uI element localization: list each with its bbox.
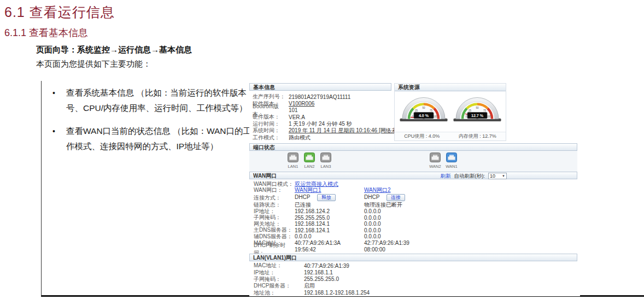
- refresh-link[interactable]: 刷新: [441, 172, 451, 180]
- table-row: MAC地址： 40:77:A9:26:A1:39: [249, 262, 577, 269]
- port-status-header: 端口状态: [249, 143, 577, 151]
- table-row: 子网掩码： 255.255.255.0 0.0.0.0: [249, 214, 577, 221]
- panel-title: 基本信息: [249, 83, 391, 91]
- bullet-icon: •: [52, 85, 55, 101]
- info-row: 运行时间： 1 天19 小时 24 分钟 45 秒: [249, 121, 391, 127]
- field-label: 连接方式：: [249, 194, 295, 202]
- system-resources-panel: 系统资源 0 25: [394, 83, 506, 141]
- wan1-link[interactable]: WAN网口1: [295, 187, 321, 193]
- lan-port-group: LAN1 LAN2 LAN3: [286, 152, 332, 169]
- field-label: WAN网口：: [249, 186, 295, 194]
- ethernet-port-icon: [320, 152, 331, 162]
- table-row: IP地址： 192.168.124.2 0.0.0.0: [249, 208, 577, 215]
- info-row: 系统时间： 2019 年 11 月 14 日 星期四 10:16:46 [网络未…: [249, 127, 391, 134]
- field-label: 地址池：: [249, 289, 304, 297]
- ethernet-port-icon: [430, 152, 441, 162]
- refresh-interval-select[interactable]: 10 ▼: [488, 173, 507, 179]
- memory-gauge: 0 25 50 75 100 12.7 %: [453, 93, 502, 123]
- ethernet-port-icon: [446, 152, 457, 162]
- feature-bullet-list: • 查看系统基本信息 （比如：当前运行的软件版本号、CPU/内存使用率、运行时间…: [51, 85, 251, 162]
- lan-port: LAN3: [319, 152, 332, 169]
- wan-port: WAN2: [429, 152, 442, 169]
- bullet-text: 查看系统基本信息 （比如：当前运行的软件版本号、CPU/内存使用率、运行时间、工…: [66, 88, 248, 113]
- field-value: 物理连接已断开: [364, 201, 462, 209]
- embedded-screenshot: 基本信息 生产序列号： 219801A22T919AQ11111 软件版本： V…: [249, 83, 580, 296]
- cpu-gauge: 0 25 50 75 100 4.0 %: [399, 93, 448, 123]
- memory-usage-caption: 内存使用 : 12.7%: [459, 133, 496, 140]
- bullet-text: 查看WAN口当前的状态信息 （比如：WAN口的工作模式、连接因特网的方式、IP地…: [66, 126, 251, 151]
- field-value: 已连接: [295, 201, 364, 209]
- field-value: 42:77:A9:26:A1:39: [364, 240, 462, 246]
- subsection-title: 6.1.1 查看基本信息: [4, 26, 88, 39]
- lan-port: LAN2: [303, 152, 316, 169]
- table-row: MAC地址： 40:77:A9:26:A1:3A 42:77:A9:26:A1:…: [249, 240, 577, 247]
- table-row: IP地址： 192.168.1.1: [249, 269, 577, 275]
- field-value: 192.168.124.2: [295, 208, 364, 214]
- lan-panel-header: LAN(VLAN1)网口: [249, 254, 577, 261]
- wan2-link[interactable]: WAN网口2: [364, 187, 391, 193]
- chevron-down-icon: ▼: [502, 172, 505, 180]
- auto-refresh-label: 自动刷新(秒):: [454, 172, 485, 180]
- basic-info-panel: 基本信息 生产序列号： 219801A22T919AQ11111 软件版本： V…: [249, 83, 391, 141]
- gauge-tick-label: 75: [429, 109, 432, 112]
- field-value: 192.168.124.1: [295, 227, 364, 233]
- info-row: 工作模式： 路由模式: [249, 134, 391, 140]
- field-value: 08:00:00: [364, 247, 462, 253]
- ethernet-port-icon: [304, 152, 315, 162]
- list-item: • 查看系统基本信息 （比如：当前运行的软件版本号、CPU/内存使用率、运行时间…: [51, 85, 251, 116]
- field-value: 19:56:42: [295, 247, 364, 253]
- port-label: WAN1: [445, 164, 458, 169]
- field-value: VER.A: [289, 114, 305, 120]
- selected-interval: 10: [490, 172, 495, 180]
- table-row: 连接方式： DHCP 释放 DHCP 连接: [249, 193, 577, 202]
- port-label: LAN3: [319, 164, 332, 169]
- gauge-tick-label: 100: [487, 115, 491, 118]
- port-label: LAN1: [286, 164, 300, 169]
- wan-mode-link[interactable]: 双运营商接入模式: [295, 181, 338, 187]
- connection-type: DHCP: [295, 194, 310, 200]
- section-title: 6.1 查看运行信息: [4, 3, 115, 21]
- gauge-tick-label: 100: [433, 115, 437, 118]
- table-row: WAN网口： WAN网口1 WAN网口2: [249, 187, 577, 194]
- field-value: 0.0.0.0: [364, 227, 462, 233]
- cpu-usage-readout: 4.0 %: [418, 114, 429, 118]
- info-row: 硬件版本： VER.A: [249, 114, 391, 120]
- field-value: 0.0.0.0: [364, 233, 462, 239]
- intro-text: 本页面为您提供如下主要功能：: [36, 59, 151, 69]
- port-label: WAN2: [429, 164, 442, 169]
- wan-panel-header: WAN网口 刷新 自动刷新(秒): 10 ▼: [249, 172, 577, 179]
- gauge-tick-label: 75: [483, 109, 486, 112]
- lan-info-table: MAC地址： 40:77:A9:26:A1:39 IP地址： 192.168.1…: [249, 262, 577, 296]
- ethernet-port-icon: [288, 152, 298, 162]
- list-item: • 查看WAN口当前的状态信息 （比如：WAN口的工作模式、连接因特网的方式、I…: [51, 124, 251, 154]
- port-status-body: LAN1 LAN2 LAN3: [249, 151, 577, 172]
- gauge-tick-label: 50: [422, 107, 425, 109]
- table-row: DHCP服务器： 启用: [249, 283, 577, 289]
- software-version-link[interactable]: V100R006: [289, 101, 314, 107]
- bullet-icon: •: [52, 124, 55, 139]
- panel-title: WAN网口: [253, 173, 277, 179]
- table-row: 链路状态： 已连接 物理连接已断开: [249, 202, 577, 208]
- field-value: 0.0.0.0: [364, 208, 462, 214]
- field-value: 192.168.124.1: [295, 221, 364, 227]
- port-label: LAN2: [303, 164, 316, 169]
- page-wizard-path: 页面向导：系统监控→运行信息→基本信息: [36, 45, 192, 55]
- table-row: 辅DNS服务器： 0.0.0.0 0.0.0.0: [249, 233, 577, 240]
- gauge-tick-label: 25: [414, 109, 418, 112]
- lan-port: LAN1: [286, 152, 300, 169]
- connection-type: DHCP: [364, 194, 379, 200]
- field-value: 101: [289, 107, 298, 113]
- memory-usage-readout: 12.7 %: [471, 114, 483, 118]
- field-value: 219801A22T919AQ11111: [289, 94, 350, 100]
- table-row: 子网掩码： 255.255.255.0: [249, 276, 577, 283]
- release-button[interactable]: 释放: [317, 194, 336, 201]
- table-row: 网关地址： 192.168.124.1 0.0.0.0: [249, 221, 577, 227]
- gauge-tick-label: 25: [468, 109, 471, 112]
- field-value: 255.255.255.0: [295, 215, 364, 221]
- connect-button[interactable]: 连接: [387, 194, 405, 201]
- panel-title: 系统资源: [395, 84, 506, 91]
- wan-port-group: WAN2 WAN1: [429, 152, 458, 169]
- field-value: 路由模式: [289, 134, 311, 142]
- field-label: 工作模式：: [249, 134, 289, 142]
- wan-port: WAN1: [445, 152, 458, 169]
